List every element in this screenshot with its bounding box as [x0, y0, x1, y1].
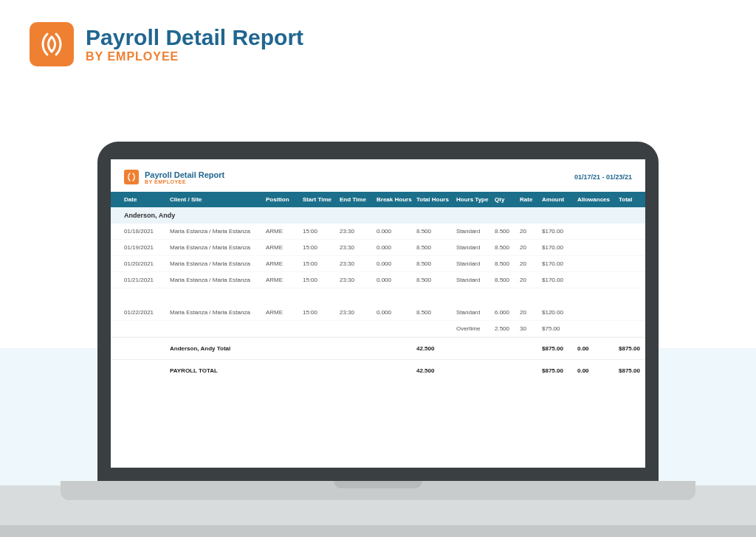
cell-end: 23:30 [340, 277, 377, 283]
employee-total-row: Anderson, Andy Total 42.500 $875.00 0.00… [111, 337, 645, 359]
cell-date: 01/19/2021 [124, 244, 170, 251]
cell-type: Standard [456, 309, 495, 316]
col-break: Break Hours [377, 196, 416, 203]
cell-pos: ARME [266, 228, 303, 235]
laptop-notch [334, 481, 422, 488]
page-title: Payroll Detail Report [86, 25, 303, 50]
cell-start: 15:00 [303, 244, 340, 251]
employee-total-total: $875.00 [619, 345, 645, 352]
cell-amount: $170.00 [542, 277, 577, 283]
desk-edge [0, 525, 756, 537]
page-titles: Payroll Detail Report BY EMPLOYEE [86, 25, 303, 63]
cell-start: 15:00 [303, 309, 340, 316]
brand-logo-small-icon [124, 170, 139, 184]
cell-client: Maria Estanza / Maria Estanza [170, 277, 266, 283]
cell-rate: 20 [520, 244, 542, 251]
cell-date: 01/20/2021 [124, 260, 170, 267]
report-date-range: 01/17/21 - 01/23/21 [574, 173, 632, 181]
cell-qty: 8.500 [495, 277, 520, 283]
cell-amount: $170.00 [542, 260, 577, 267]
cell-date: 01/18/2021 [124, 228, 170, 235]
cell-hours: 8.500 [416, 277, 456, 283]
stage: Payroll Detail Report BY EMPLOYEE 01/17/… [0, 118, 756, 537]
report-header: Payroll Detail Report BY EMPLOYEE 01/17/… [111, 159, 645, 192]
col-hourstype: Hours Type [456, 196, 495, 203]
cell-qty: 8.500 [495, 260, 520, 267]
col-allowances: Allowances [577, 196, 619, 203]
cell-date: 01/22/2021 [124, 309, 170, 316]
cell-break: 0.000 [377, 244, 416, 251]
cell-end: 23:30 [340, 228, 377, 235]
table-row: 01/22/2021Maria Estanza / Maria EstanzaA… [111, 305, 645, 321]
cell-rate: 20 [520, 228, 542, 235]
employee-total-label: Anderson, Andy Total [170, 345, 266, 352]
cell-hours: 8.500 [416, 260, 456, 267]
cell-amount: $170.00 [542, 244, 577, 251]
cell-rate: 20 [520, 277, 542, 283]
cell-client: Maria Estanza / Maria Estanza [170, 228, 266, 235]
employee-group-header: Anderson, Andy [111, 207, 645, 224]
cell-start: 15:00 [303, 228, 340, 235]
cell-break: 0.000 [377, 277, 416, 283]
cell-type: Standard [456, 277, 495, 283]
laptop-bezel: Payroll Detail Report BY EMPLOYEE 01/17/… [97, 142, 659, 481]
table-row: 01/19/2021Maria Estanza / Maria EstanzaA… [111, 240, 645, 256]
cell-qty: 2.500 [495, 325, 520, 332]
cell-client: Maria Estanza / Maria Estanza [170, 260, 266, 267]
cell-break: 0.000 [377, 309, 416, 316]
cell-amount: $170.00 [542, 228, 577, 235]
cell-amount: $75.00 [542, 325, 577, 332]
cell-end: 23:30 [340, 260, 377, 267]
cell-pos: ARME [266, 260, 303, 267]
cell-client: Maria Estanza / Maria Estanza [170, 244, 266, 251]
cell-pos: ARME [266, 244, 303, 251]
cell-break: 0.000 [377, 228, 416, 235]
col-total: Total [619, 196, 645, 203]
table-row: Overtime2.50030$75.00 [111, 321, 645, 337]
cell-end: 23:30 [340, 309, 377, 316]
report: Payroll Detail Report BY EMPLOYEE 01/17/… [111, 159, 645, 381]
cell-client: Maria Estanza / Maria Estanza [170, 309, 266, 316]
page-subtitle: BY EMPLOYEE [86, 50, 303, 63]
brand-logo-icon [30, 22, 74, 66]
cell-hours: 8.500 [416, 309, 456, 316]
payroll-total-hours: 42.500 [416, 367, 456, 374]
payroll-total-allow: 0.00 [577, 367, 619, 374]
col-qty: Qty [495, 196, 520, 203]
cell-date: 01/21/2021 [124, 277, 170, 283]
col-start: Start Time [303, 196, 340, 203]
col-amount: Amount [542, 196, 577, 203]
cell-rate: 20 [520, 260, 542, 267]
table-row: 01/21/2021Maria Estanza / Maria EstanzaA… [111, 272, 645, 288]
employee-total-hours: 42.500 [416, 345, 456, 352]
page-header: Payroll Detail Report BY EMPLOYEE [0, 0, 756, 74]
cell-start: 15:00 [303, 277, 340, 283]
col-date: Date [124, 196, 170, 203]
report-subtitle: BY EMPLOYEE [145, 179, 224, 184]
cell-type: Standard [456, 260, 495, 267]
cell-pos: ARME [266, 309, 303, 316]
table-header: Date Client / Site Position Start Time E… [111, 192, 645, 207]
cell-hours: 8.500 [416, 228, 456, 235]
laptop-base [61, 481, 695, 500]
col-end: End Time [340, 196, 377, 203]
payroll-total-total: $875.00 [619, 367, 645, 374]
employee-total-amount: $875.00 [542, 345, 577, 352]
cell-hours: 8.500 [416, 244, 456, 251]
cell-type: Standard [456, 244, 495, 251]
col-position: Position [266, 196, 303, 203]
payroll-total-amount: $875.00 [542, 367, 577, 374]
cell-type: Standard [456, 228, 495, 235]
cell-rate: 30 [520, 325, 542, 332]
laptop-mockup: Payroll Detail Report BY EMPLOYEE 01/17/… [97, 142, 659, 500]
col-client: Client / Site [170, 196, 266, 203]
col-rate: Rate [520, 196, 542, 203]
cell-rate: 20 [520, 309, 542, 316]
cell-break: 0.000 [377, 260, 416, 267]
cell-start: 15:00 [303, 260, 340, 267]
cell-qty: 8.500 [495, 244, 520, 251]
cell-type: Overtime [456, 325, 495, 332]
cell-qty: 8.500 [495, 228, 520, 235]
cell-amount: $120.00 [542, 309, 577, 316]
cell-end: 23:30 [340, 244, 377, 251]
